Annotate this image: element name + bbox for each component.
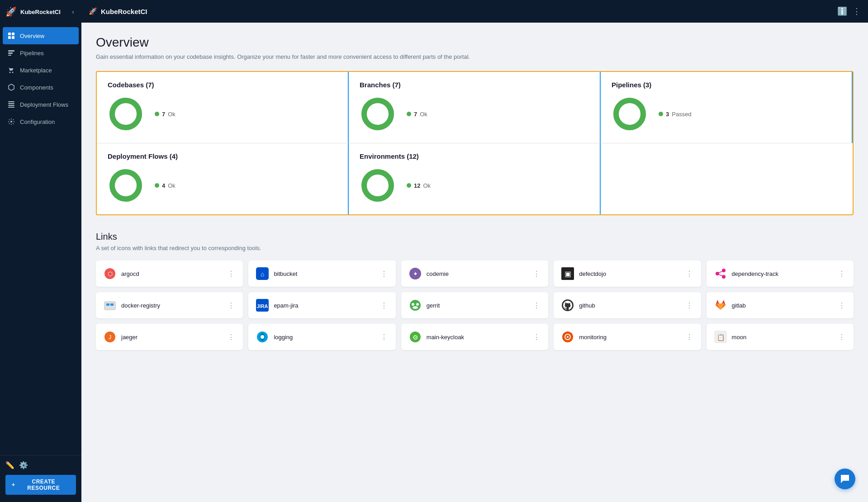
svg-rect-6	[8, 55, 11, 56]
link-card-main-keycloak[interactable]: ⚙ main-keycloak ⋮	[401, 324, 548, 350]
link-card-jaeger[interactable]: J jaeger ⋮	[96, 324, 243, 350]
link-card-left-main-keycloak: ⚙ main-keycloak	[408, 330, 464, 344]
svg-rect-9	[8, 101, 14, 102]
topbar-title: 🚀 KubeRocketCI	[89, 7, 147, 15]
defectdojo-icon: ▣	[561, 267, 574, 280]
svg-point-50	[261, 335, 264, 339]
link-card-logging[interactable]: logging ⋮	[248, 324, 395, 350]
sidebar-item-deployment-flows[interactable]: Deployment Flows	[0, 96, 81, 113]
bitbucket-name: bitbucket	[274, 270, 297, 277]
link-card-dependency-track[interactable]: dependency-track ⋮	[707, 260, 854, 287]
gitlab-menu-button[interactable]: ⋮	[837, 300, 846, 311]
svg-point-45	[413, 306, 418, 309]
svg-rect-11	[8, 105, 14, 106]
link-card-gitlab[interactable]: gitlab ⋮	[707, 292, 854, 318]
link-card-defectdojo[interactable]: ▣ defectdojo ⋮	[554, 260, 701, 287]
components-icon	[7, 83, 15, 91]
link-card-argocd[interactable]: ⬡ argocd ⋮	[96, 260, 243, 287]
svg-point-19	[621, 106, 638, 122]
link-card-left-epam-jira: JIRA epam-jira	[256, 298, 298, 312]
settings-icon-button[interactable]: ⚙️	[19, 461, 28, 469]
sidebar-item-configuration[interactable]: Configuration	[0, 113, 81, 130]
link-card-moon[interactable]: 📋 moon ⋮	[707, 324, 854, 350]
stat-deployment-flows-body: 4 Ok	[108, 167, 337, 204]
link-card-left-moon: 📋 moon	[714, 330, 747, 344]
gerrit-menu-button[interactable]: ⋮	[532, 300, 541, 311]
edit-icon-button[interactable]: ✏️	[5, 461, 14, 469]
sidebar-item-pipelines[interactable]: Pipelines	[0, 44, 81, 62]
moon-menu-button[interactable]: ⋮	[837, 332, 846, 342]
sidebar-logo: 🚀 KubeRocketCI	[5, 6, 61, 17]
link-card-bitbucket[interactable]: ⌂ bitbucket ⋮	[248, 260, 395, 287]
link-card-gerrit[interactable]: gerrit ⋮	[401, 292, 548, 318]
main-keycloak-menu-button[interactable]: ⋮	[532, 332, 541, 342]
stat-environments-body: 12 Ok	[360, 167, 589, 204]
deployment-flows-icon	[7, 100, 15, 109]
sidebar-item-marketplace[interactable]: Marketplace	[0, 62, 81, 79]
svg-text:⌂: ⌂	[261, 270, 264, 278]
svg-point-43	[412, 303, 414, 306]
link-card-epam-jira[interactable]: JIRA epam-jira ⋮	[248, 292, 395, 318]
create-resource-button[interactable]: + CREATE RESOURCE	[5, 475, 76, 495]
dependency-track-menu-button[interactable]: ⋮	[837, 269, 846, 279]
environments-legend-dot	[407, 183, 411, 188]
svg-text:⬡: ⬡	[108, 270, 113, 277]
codemie-menu-button[interactable]: ⋮	[532, 269, 541, 279]
pipelines-legend: 3 Passed	[659, 111, 692, 118]
svg-rect-38	[106, 303, 109, 306]
pipelines-count: 3	[666, 111, 669, 118]
marketplace-label: Marketplace	[20, 67, 52, 74]
stat-branches-body: 7 Ok	[360, 96, 589, 132]
stat-environments-title: Environments (12)	[360, 152, 589, 160]
topbar-logo-icon: 🚀	[89, 7, 97, 15]
more-options-icon-button[interactable]: ⋮	[853, 6, 861, 16]
argocd-menu-button[interactable]: ⋮	[227, 269, 236, 279]
overview-icon	[7, 32, 15, 40]
sidebar-nav: Overview Pipelines Marketplace Component…	[0, 24, 81, 455]
epam-jira-menu-button[interactable]: ⋮	[379, 300, 389, 311]
stat-codebases[interactable]: Codebases (7) 7 Ok	[97, 72, 349, 143]
defectdojo-menu-button[interactable]: ⋮	[685, 269, 694, 279]
pipelines-status: Passed	[672, 111, 691, 118]
link-card-left-gerrit: gerrit	[408, 298, 440, 312]
stat-environments[interactable]: Environments (12) 12 Ok	[349, 143, 601, 214]
logging-icon	[256, 330, 269, 344]
environments-legend: 12 Ok	[407, 182, 431, 189]
docker-registry-menu-button[interactable]: ⋮	[227, 300, 236, 311]
link-card-docker-registry[interactable]: docker-registry ⋮	[96, 292, 243, 318]
svg-rect-12	[8, 107, 14, 108]
logging-menu-button[interactable]: ⋮	[379, 332, 389, 342]
deployment-flows-label: Deployment Flows	[20, 101, 68, 108]
link-card-codemie[interactable]: ✦ codemie ⋮	[401, 260, 548, 287]
sidebar-item-overview[interactable]: Overview	[3, 27, 79, 44]
app-name: KubeRocketCI	[20, 9, 61, 15]
link-card-monitoring[interactable]: monitoring ⋮	[554, 324, 701, 350]
svg-text:▣: ▣	[564, 270, 571, 278]
chat-fab-button[interactable]	[835, 469, 855, 489]
monitoring-icon	[561, 330, 574, 344]
github-icon	[561, 298, 574, 312]
stat-branches[interactable]: Branches (7) 7 Ok	[349, 72, 601, 143]
info-icon-button[interactable]: ℹ️	[837, 6, 847, 16]
links-subtitle: A set of icons with links that redirect …	[96, 245, 854, 251]
bitbucket-menu-button[interactable]: ⋮	[379, 269, 389, 279]
svg-point-15	[118, 106, 134, 122]
epam-jira-icon: JIRA	[256, 298, 269, 312]
link-card-github[interactable]: github ⋮	[554, 292, 701, 318]
link-card-left-dependency-track: dependency-track	[714, 267, 778, 280]
link-card-left-logging: logging	[256, 330, 293, 344]
deployment-flows-legend: 4 Ok	[155, 182, 175, 189]
moon-name: moon	[732, 334, 747, 341]
jaeger-menu-button[interactable]: ⋮	[227, 332, 236, 342]
stat-deployment-flows[interactable]: Deployment Flows (4) 4 Ok	[97, 143, 349, 214]
sidebar-collapse-button[interactable]: ‹	[70, 7, 76, 16]
configuration-icon	[7, 118, 15, 126]
monitoring-menu-button[interactable]: ⋮	[685, 332, 694, 342]
github-menu-button[interactable]: ⋮	[685, 300, 694, 311]
sidebar-item-components[interactable]: Components	[0, 79, 81, 96]
argocd-name: argocd	[121, 270, 139, 277]
stats-grid: Codebases (7) 7 Ok Branches (7)	[96, 71, 854, 215]
svg-point-33	[722, 269, 726, 272]
stat-pipelines[interactable]: Pipelines (3) 3 Passed	[601, 72, 853, 143]
svg-point-8	[12, 72, 14, 73]
